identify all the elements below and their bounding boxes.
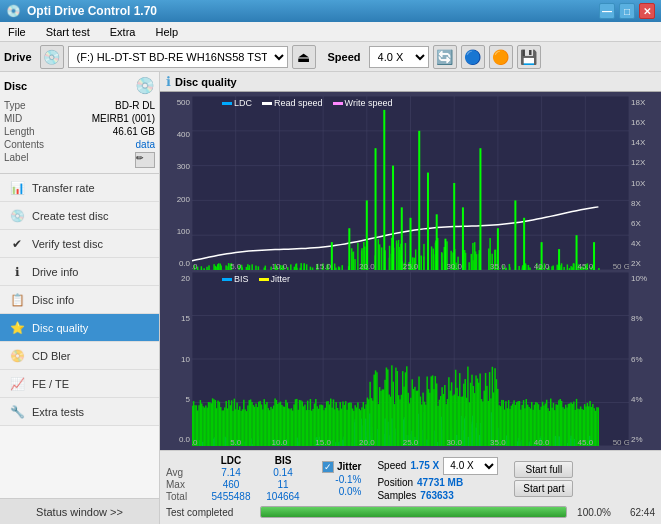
top-chart-wrapper: 5004003002001000.0 LDC Read speed bbox=[164, 96, 657, 270]
position-value: 47731 MB bbox=[417, 477, 463, 488]
position-label: Position bbox=[377, 477, 413, 488]
bottom-chart-canvas bbox=[192, 272, 629, 446]
close-button[interactable]: ✕ bbox=[639, 3, 655, 19]
sidebar-item-create-test-disc[interactable]: 💿 Create test disc bbox=[0, 202, 159, 230]
sidebar-item-disc-info[interactable]: 📋 Disc info bbox=[0, 286, 159, 314]
status-window-button[interactable]: Status window >> bbox=[0, 498, 159, 524]
refresh-button[interactable]: 🔄 bbox=[433, 45, 457, 69]
sidebar-item-verify-test-disc[interactable]: ✔ Verify test disc bbox=[0, 230, 159, 258]
bottom-y-axis-right: 10%8%6%4%2% bbox=[629, 272, 657, 446]
verify-disc-icon: ✔ bbox=[8, 235, 26, 253]
toolbar: Drive 💿 (F:) HL-DT-ST BD-RE WH16NS58 TST… bbox=[0, 42, 661, 72]
action-buttons: Start full Start part bbox=[514, 461, 573, 497]
avg-label: Avg bbox=[166, 467, 204, 478]
bottom-legend: BIS Jitter bbox=[222, 274, 290, 284]
chart-title: Disc quality bbox=[175, 76, 237, 88]
bis-header: BIS bbox=[258, 455, 308, 466]
drive-select[interactable]: (F:) HL-DT-ST BD-RE WH16NS58 TST4 bbox=[68, 46, 288, 68]
menu-start-test[interactable]: Start test bbox=[42, 24, 94, 40]
disc-length-row: Length 46.61 GB bbox=[4, 125, 155, 138]
drive-icon-btn[interactable]: 💿 bbox=[40, 45, 64, 69]
jitter-stats: ✓ Jitter -0.1% 0.0% bbox=[322, 461, 361, 497]
sidebar-item-cd-bler[interactable]: 📀 CD Bler bbox=[0, 342, 159, 370]
avg-ldc: 7.14 bbox=[206, 467, 256, 478]
progress-bar-container bbox=[260, 506, 567, 518]
nav-items: 📊 Transfer rate 💿 Create test disc ✔ Ver… bbox=[0, 174, 159, 498]
minimize-button[interactable]: — bbox=[599, 3, 615, 19]
legend-write-speed: Write speed bbox=[333, 98, 393, 108]
sidebar-item-transfer-rate[interactable]: 📊 Transfer rate bbox=[0, 174, 159, 202]
legend-ldc: LDC bbox=[222, 98, 252, 108]
chart-header-icon: ℹ bbox=[166, 74, 171, 89]
elapsed-time: 62:44 bbox=[615, 507, 655, 518]
maximize-button[interactable]: □ bbox=[619, 3, 635, 19]
start-full-button[interactable]: Start full bbox=[514, 461, 573, 478]
legend-bis: BIS bbox=[222, 274, 249, 284]
disc-label-row: Label ✏ bbox=[4, 151, 155, 169]
bottom-stats-area: LDC BIS Avg 7.14 0.14 Max 460 11 Total bbox=[160, 450, 661, 524]
menu-file[interactable]: File bbox=[4, 24, 30, 40]
fe-te-icon: 📈 bbox=[8, 375, 26, 393]
samples-label: Samples bbox=[377, 490, 416, 501]
sidebar-item-drive-info[interactable]: ℹ Drive info bbox=[0, 258, 159, 286]
main-layout: Disc 💿 Type BD-R DL MID MEIRB1 (001) Len… bbox=[0, 72, 661, 524]
speed-stat-select[interactable]: 4.0 X bbox=[443, 457, 498, 475]
ldc-header: LDC bbox=[206, 455, 256, 466]
speed-pos-group: Speed 1.75 X 4.0 X Position 47731 MB Sam… bbox=[377, 457, 498, 501]
disc-panel: Disc 💿 Type BD-R DL MID MEIRB1 (001) Len… bbox=[0, 72, 159, 174]
create-disc-icon: 💿 bbox=[8, 207, 26, 225]
drive-info-icon: ℹ bbox=[8, 263, 26, 281]
sidebar-item-fe-te[interactable]: 📈 FE / TE bbox=[0, 370, 159, 398]
total-bis: 104664 bbox=[258, 491, 308, 502]
start-part-button[interactable]: Start part bbox=[514, 480, 573, 497]
progress-area: Test completed 100.0% 62:44 bbox=[166, 504, 655, 520]
menu-extra[interactable]: Extra bbox=[106, 24, 140, 40]
disc-info-icon: 📋 bbox=[8, 291, 26, 309]
speed-select[interactable]: 4.0 X bbox=[369, 46, 429, 68]
disc-panel-icon: 💿 bbox=[135, 76, 155, 95]
top-y-axis-left: 5004003002001000.0 bbox=[164, 96, 192, 270]
jitter-checkbox[interactable]: ✓ bbox=[322, 461, 334, 473]
bottom-chart-inner: BIS Jitter bbox=[192, 272, 629, 446]
label-edit-btn[interactable]: ✏ bbox=[135, 152, 155, 168]
bottom-chart-wrapper: 20151050.0 BIS Jitter bbox=[164, 272, 657, 446]
speed-label: Speed bbox=[328, 51, 361, 63]
avg-bis: 0.14 bbox=[258, 467, 308, 478]
drive-label: Drive bbox=[4, 51, 32, 63]
jitter-avg-val: -0.1% bbox=[335, 474, 361, 485]
settings-button1[interactable]: 🔵 bbox=[461, 45, 485, 69]
extra-tests-icon: 🔧 bbox=[8, 403, 26, 421]
jitter-label: Jitter bbox=[337, 461, 361, 472]
settings-button2[interactable]: 🟠 bbox=[489, 45, 513, 69]
stats-row: LDC BIS Avg 7.14 0.14 Max 460 11 Total bbox=[166, 455, 655, 502]
disc-mid-row: MID MEIRB1 (001) bbox=[4, 112, 155, 125]
max-bis: 11 bbox=[258, 479, 308, 490]
total-ldc: 5455488 bbox=[206, 491, 256, 502]
chart-header: ℹ Disc quality bbox=[160, 72, 661, 92]
top-y-axis-right: 18X16X14X12X10X8X6X4X2X bbox=[629, 96, 657, 270]
max-ldc: 460 bbox=[206, 479, 256, 490]
menu-bar: File Start test Extra Help bbox=[0, 22, 661, 42]
disc-type-row: Type BD-R DL bbox=[4, 99, 155, 112]
top-legend: LDC Read speed Write speed bbox=[222, 98, 392, 108]
menu-help[interactable]: Help bbox=[151, 24, 182, 40]
app-icon: 💿 bbox=[6, 4, 21, 18]
sidebar-item-disc-quality[interactable]: ⭐ Disc quality bbox=[0, 314, 159, 342]
eject-button[interactable]: ⏏ bbox=[292, 45, 316, 69]
save-button[interactable]: 💾 bbox=[517, 45, 541, 69]
disc-contents-row: Contents data bbox=[4, 138, 155, 151]
app-title: Opti Drive Control 1.70 bbox=[27, 4, 157, 18]
content-area: ℹ Disc quality 5004003002001000.0 LDC bbox=[160, 72, 661, 524]
cd-bler-icon: 📀 bbox=[8, 347, 26, 365]
total-label: Total bbox=[166, 491, 204, 502]
legend-read-speed: Read speed bbox=[262, 98, 323, 108]
progress-bar-fill bbox=[261, 507, 566, 517]
disc-quality-icon: ⭐ bbox=[8, 319, 26, 337]
samples-value: 763633 bbox=[420, 490, 453, 501]
bottom-y-axis-left: 20151050.0 bbox=[164, 272, 192, 446]
max-label: Max bbox=[166, 479, 204, 490]
progress-percent: 100.0% bbox=[571, 507, 611, 518]
speed-stat-value: 1.75 X bbox=[410, 460, 439, 471]
sidebar-item-extra-tests[interactable]: 🔧 Extra tests bbox=[0, 398, 159, 426]
sidebar: Disc 💿 Type BD-R DL MID MEIRB1 (001) Len… bbox=[0, 72, 160, 524]
